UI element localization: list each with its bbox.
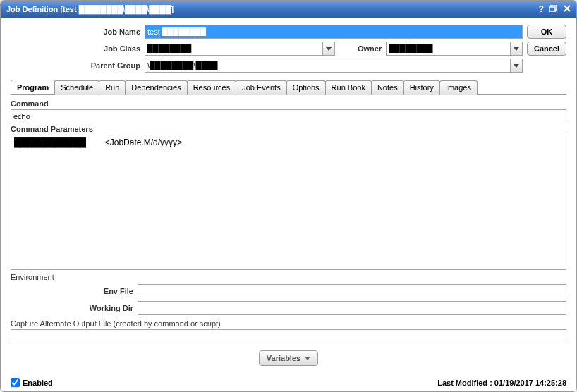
last-modified-label: Last Modified : 01/19/2017 14:25:28: [437, 379, 566, 387]
tab-images[interactable]: Images: [439, 80, 478, 95]
job-name-input[interactable]: [145, 25, 523, 39]
capture-output-label: Capture Alternate Output File (created b…: [11, 319, 566, 328]
parent-group-dropdown-button[interactable]: [510, 59, 523, 73]
job-class-dropdown-button[interactable]: [322, 42, 335, 56]
command-parameters-textarea[interactable]: [11, 135, 566, 270]
owner-input[interactable]: [386, 42, 510, 56]
titlebar: Job Definition [test ████████\████\████]…: [1, 1, 576, 18]
tab-content-program: Command Command Parameters Environment E…: [11, 95, 566, 372]
job-class-label: Job Class: [11, 44, 145, 53]
restore-icon[interactable]: [549, 4, 558, 14]
command-input[interactable]: [11, 109, 566, 123]
tab-schedule[interactable]: Schedule: [54, 80, 99, 95]
enabled-label: Enabled: [23, 379, 53, 387]
working-dir-label: Working Dir: [11, 304, 138, 312]
tab-program[interactable]: Program: [11, 80, 55, 94]
tab-history[interactable]: History: [403, 80, 440, 95]
command-parameters-label: Command Parameters: [11, 125, 566, 133]
chevron-down-icon: [514, 47, 519, 51]
tab-notes[interactable]: Notes: [371, 80, 404, 95]
tab-job-events[interactable]: Job Events: [236, 80, 286, 95]
env-file-label: Env File: [11, 287, 138, 295]
enabled-checkbox[interactable]: [11, 378, 20, 387]
chevron-down-icon: [514, 64, 519, 68]
command-label: Command: [11, 99, 566, 108]
owner-label: Owner: [335, 44, 386, 53]
capture-output-input[interactable]: [11, 329, 566, 343]
job-definition-window: Job Definition [test ████████\████\████]…: [0, 0, 577, 392]
parent-group-input[interactable]: [145, 59, 510, 73]
ok-button[interactable]: OK: [527, 25, 566, 39]
close-icon[interactable]: [564, 4, 571, 14]
working-dir-input[interactable]: [138, 301, 566, 315]
job-class-input[interactable]: [145, 42, 322, 56]
window-title: Job Definition [test ████████\████\████]: [6, 5, 174, 13]
env-file-input[interactable]: [138, 284, 566, 298]
chevron-down-icon: [305, 357, 310, 360]
owner-dropdown-button[interactable]: [510, 42, 523, 56]
tab-run[interactable]: Run: [99, 80, 126, 95]
parent-group-label: Parent Group: [11, 61, 145, 70]
chevron-down-icon: [326, 47, 332, 51]
tab-options[interactable]: Options: [286, 80, 326, 95]
window-body: Job Name Job Class Owner: [1, 18, 576, 391]
variables-button[interactable]: Variables: [259, 350, 318, 366]
variables-button-label: Variables: [267, 354, 300, 362]
footer: Enabled Last Modified : 01/19/2017 14:25…: [11, 372, 566, 387]
svg-rect-1: [549, 7, 555, 12]
job-name-label: Job Name: [11, 27, 145, 36]
tab-dependencies[interactable]: Dependencies: [125, 80, 187, 95]
tab-resources[interactable]: Resources: [187, 80, 237, 95]
help-icon[interactable]: ?: [539, 4, 544, 14]
environment-label: Environment: [11, 273, 566, 281]
cancel-button[interactable]: Cancel: [527, 42, 566, 56]
tabs-bar: Program Schedule Run Dependencies Resour…: [11, 80, 566, 95]
tab-run-book[interactable]: Run Book: [325, 80, 372, 95]
